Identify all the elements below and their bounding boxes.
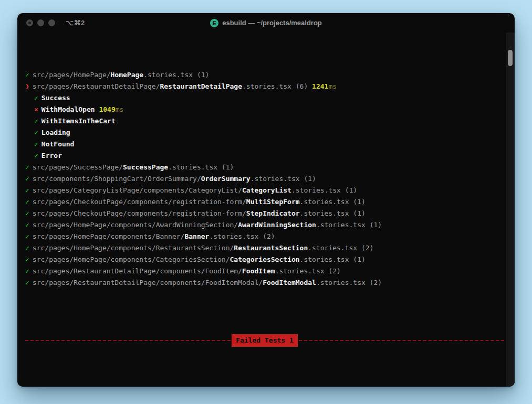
file-name: FoodItemModal — [263, 279, 316, 286]
duration-value: 1049 — [95, 105, 116, 113]
test-case-row: ✓Loading — [25, 127, 504, 139]
test-file-row: ✓src/pages/CheckoutPage/components/regis… — [25, 208, 504, 219]
file-name: StepIndicator — [246, 209, 300, 217]
file-name: CategoryList — [242, 186, 291, 194]
file-suffix: .stories.tsx — [209, 232, 258, 240]
traffic-lights — [26, 19, 55, 26]
scrollbar-track[interactable] — [506, 33, 515, 387]
file-suffix: .stories.tsx — [300, 256, 349, 263]
duration-unit: ms — [328, 82, 337, 90]
pass-check-icon: ✓ — [34, 115, 38, 127]
file-path: src/pages/SuccessPage/ — [33, 163, 123, 171]
test-file-row: ✓src/pages/HomePage/components/AwardWinn… — [25, 219, 504, 231]
pass-check-icon: ✓ — [25, 173, 29, 185]
test-case-row: ✓WithItemsInTheCart — [25, 115, 504, 127]
file-name: CategoriesSection — [230, 256, 300, 263]
test-file-row: ❯src/pages/RestaurantDetailPage/Restaura… — [25, 81, 504, 92]
fail-cross-icon: × — [34, 104, 38, 115]
terminal-content: ✓src/pages/HomePage/HomePage.stories.tsx… — [17, 33, 515, 387]
file-path: src/pages/HomePage/components/AwardWinni… — [33, 221, 238, 229]
test-file-row: ✓src/pages/RestaurantDetailPage/componen… — [25, 277, 504, 289]
fail-chevron-icon: ❯ — [25, 81, 29, 92]
test-file-row: ✓src/pages/HomePage/components/Restauran… — [25, 242, 504, 254]
test-case-row: ✓Error — [25, 150, 504, 162]
file-name: RestaurantDetailPage — [160, 82, 242, 90]
esbuild-icon: E — [210, 19, 218, 27]
file-path: src/pages/HomePage/ — [33, 71, 111, 79]
file-path: src/pages/RestaurantDetailPage/component… — [33, 267, 242, 275]
test-count: (2) — [366, 279, 382, 286]
file-suffix: .stories.tsx — [275, 267, 325, 275]
pass-check-icon: ✓ — [25, 265, 29, 277]
file-suffix: .stories.tsx — [242, 82, 291, 90]
file-name: RestaurantsSection — [234, 244, 308, 252]
test-name: Error — [41, 152, 62, 160]
file-path: src/pages/RestaurantDetailPage/component… — [33, 279, 263, 286]
test-file-row: ✓src/pages/RestaurantDetailPage/componen… — [25, 265, 504, 277]
pass-check-icon: ✓ — [25, 208, 29, 219]
test-file-row: ✓src/components/ShoppingCart/OrderSummar… — [25, 173, 504, 185]
test-count: (2) — [258, 232, 275, 240]
test-count: (1) — [349, 209, 366, 217]
divider-line-right — [299, 340, 504, 341]
pass-check-icon: ✓ — [34, 139, 38, 150]
duration-unit: ms — [116, 105, 124, 113]
pass-check-icon: ✓ — [25, 162, 29, 173]
close-button[interactable] — [26, 19, 33, 26]
test-count: (1) — [193, 71, 209, 79]
test-count: (1) — [300, 175, 316, 183]
file-path: src/pages/HomePage/components/Categories… — [33, 256, 230, 263]
file-name: HomePage — [111, 71, 144, 79]
zoom-button[interactable] — [48, 19, 55, 26]
pass-check-icon: ✓ — [34, 127, 38, 139]
pass-check-icon: ✓ — [25, 231, 29, 242]
file-path: src/components/ShoppingCart/OrderSummary… — [33, 175, 201, 183]
file-path: src/pages/HomePage/components/Banner/ — [33, 232, 185, 240]
test-case-row: ×WithModalOpen 1049ms — [25, 104, 504, 115]
test-file-row: ✓src/pages/CategoryListPage/components/C… — [25, 185, 504, 196]
tab-shortcut-label: ⌥⌘2 — [66, 19, 85, 27]
file-path: src/pages/CheckoutPage/components/regist… — [33, 209, 246, 217]
file-name: MultiStepForm — [246, 198, 300, 206]
test-name: WithItemsInTheCart — [41, 117, 116, 125]
file-suffix: .stories.tsx — [316, 221, 366, 229]
pass-check-icon: ✓ — [34, 150, 38, 162]
titlebar[interactable]: ⌥⌘2 E esbuild — ~/projects/mealdrop — [17, 13, 515, 33]
test-count: (1) — [341, 186, 357, 194]
test-count: (1) — [349, 198, 366, 206]
file-suffix: .stories.tsx — [300, 198, 349, 206]
pass-check-icon: ✓ — [25, 242, 29, 254]
file-suffix: .stories.tsx — [300, 209, 349, 217]
pass-check-icon: ✓ — [25, 69, 29, 81]
test-count: (2) — [357, 244, 373, 252]
pass-check-icon: ✓ — [25, 254, 29, 265]
close-dot-icon — [28, 22, 31, 24]
test-count: (1) — [217, 163, 234, 171]
file-name: SuccessPage — [123, 163, 168, 171]
terminal-window: ⌥⌘2 E esbuild — ~/projects/mealdrop ✓src… — [17, 13, 515, 387]
file-suffix: .stories.tsx — [291, 186, 341, 194]
duration-value: 1241 — [308, 82, 328, 90]
test-count: (2) — [325, 267, 341, 275]
test-name: Success — [41, 94, 70, 102]
file-suffix: .stories.tsx — [143, 71, 193, 79]
test-file-row: ✓src/pages/HomePage/components/Banner/Ba… — [25, 231, 504, 242]
test-name: Loading — [41, 129, 70, 136]
test-case-row: ✓Success — [25, 92, 504, 104]
test-count: (1) — [349, 256, 366, 263]
pass-check-icon: ✓ — [25, 219, 29, 231]
failed-tests-divider: Failed Tests 1 — [25, 335, 504, 346]
file-name: FoodItem — [242, 267, 275, 275]
divider-line-left — [25, 340, 231, 341]
minimize-button[interactable] — [37, 19, 44, 26]
pass-check-icon: ✓ — [25, 196, 29, 208]
file-suffix: .stories.tsx — [308, 244, 357, 252]
window-title: esbuild — ~/projects/mealdrop — [222, 19, 322, 27]
test-count: (1) — [366, 221, 382, 229]
pass-check-icon: ✓ — [25, 277, 29, 289]
test-count: (6) — [291, 82, 308, 90]
file-name: Banner — [184, 232, 209, 240]
test-output: ✓src/pages/HomePage/HomePage.stories.tsx… — [25, 69, 504, 289]
test-file-row: ✓src/pages/CheckoutPage/components/regis… — [25, 196, 504, 208]
scrollbar-thumb[interactable] — [508, 50, 513, 66]
